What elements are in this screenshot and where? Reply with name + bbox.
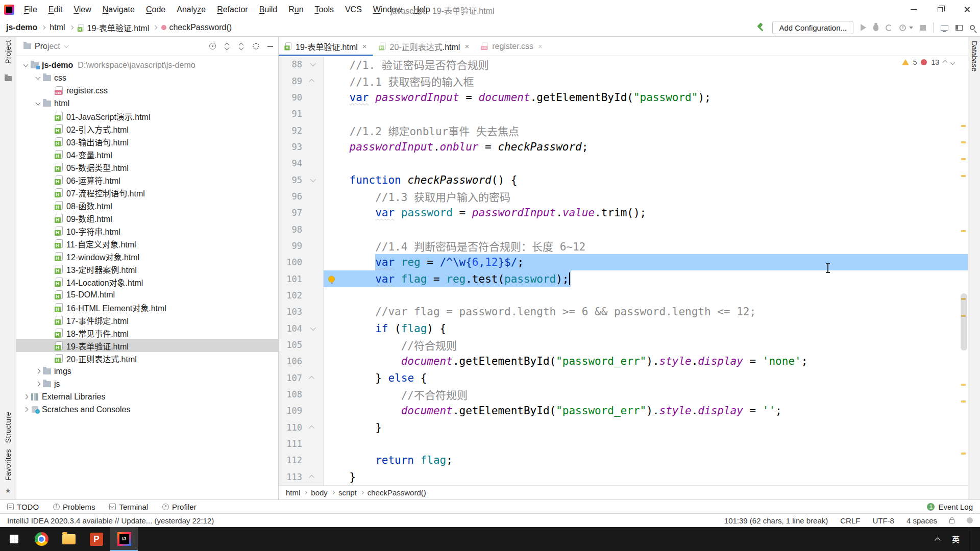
coverage-icon[interactable] <box>886 24 892 31</box>
tree-item[interactable]: 02-引入方式.html <box>16 122 278 135</box>
status-message[interactable]: IntelliJ IDEA 2020.3.4 available // Upda… <box>7 516 214 525</box>
tree-item[interactable]: 20-正则表达式.html <box>16 352 278 365</box>
code-line[interactable]: 109 document.getElementById("password_er… <box>279 403 968 419</box>
project-view-selector[interactable]: Project <box>23 42 67 51</box>
inspection-widget[interactable]: 5 13 <box>902 58 954 66</box>
tree-chevron-icon[interactable] <box>34 369 42 373</box>
code-line[interactable]: 104 if (flag) { <box>279 320 968 337</box>
open-in-browser-icon[interactable] <box>941 25 948 31</box>
code-line[interactable]: 96 //1.3 获取用户输入的密码 <box>279 188 968 205</box>
tree-chevron-icon[interactable] <box>21 395 30 398</box>
code-line[interactable]: 90 var passwordInput = document.getEleme… <box>279 89 968 106</box>
fold-marker-icon[interactable] <box>302 327 323 331</box>
tray-expand-icon[interactable] <box>935 537 940 543</box>
tree-item[interactable]: js <box>16 378 278 390</box>
collapse-all-icon[interactable] <box>238 43 244 50</box>
menu-code[interactable]: Code <box>141 3 170 16</box>
menu-build[interactable]: Build <box>255 3 282 16</box>
expand-all-icon[interactable] <box>224 43 230 50</box>
caret-position[interactable]: 101:39 (62 chars, 1 line break) <box>724 516 828 525</box>
menu-navigate[interactable]: Navigate <box>98 3 139 16</box>
fold-marker-icon[interactable] <box>302 178 323 182</box>
tree-chevron-icon[interactable] <box>21 408 30 411</box>
error-stripe-scrollbar[interactable] <box>960 56 968 485</box>
tree-item[interactable]: 08-函数.html <box>16 199 278 212</box>
tree-chevron-icon[interactable] <box>34 382 42 386</box>
tree-item[interactable]: 11-自定义对象.html <box>16 237 278 250</box>
favorites-star-icon[interactable]: ★ <box>5 484 11 499</box>
tree-item[interactable]: 04-变量.html <box>16 148 278 161</box>
tree-item[interactable]: 06-运算符.html <box>16 173 278 186</box>
code-line[interactable]: 91 <box>279 106 968 122</box>
debug-icon[interactable] <box>873 24 878 31</box>
minimize-button[interactable] <box>900 0 927 19</box>
code-line[interactable]: 94 <box>279 155 968 171</box>
next-problem-icon[interactable] <box>950 60 955 65</box>
taskbar-intellij[interactable] <box>110 527 138 551</box>
editor-breadcrumb-item[interactable]: body <box>311 488 328 497</box>
editor-tab[interactable]: 19-表单验证.html× <box>279 37 373 56</box>
code-line[interactable]: 106 document.getElementById("password_er… <box>279 353 968 369</box>
code-editor[interactable]: 5 13 88 //1. 验证密码是否符合规则89 //1.1 获取密码的输入框… <box>279 56 968 485</box>
tree-item[interactable]: css <box>16 71 278 84</box>
tab-close-icon[interactable]: × <box>538 42 543 51</box>
code-line[interactable]: 100 var reg = /^\w{6,12}$/; <box>279 254 968 270</box>
profiler-dropdown-icon[interactable] <box>909 27 913 29</box>
code-line[interactable]: 107 } else { <box>279 370 968 386</box>
code-line[interactable]: 110 } <box>279 419 968 436</box>
tree-item[interactable]: 14-Location对象.html <box>16 276 278 288</box>
stop-icon[interactable] <box>920 25 926 31</box>
code-line[interactable]: 98 <box>279 221 968 237</box>
fold-marker-icon[interactable] <box>302 475 323 479</box>
tree-item[interactable]: 13-定时器案例.html <box>16 263 278 276</box>
fold-marker-icon[interactable] <box>302 62 323 66</box>
readonly-lock-icon[interactable] <box>949 519 954 523</box>
fold-marker-icon[interactable] <box>302 79 323 83</box>
indent-setting[interactable]: 4 spaces <box>906 516 937 525</box>
ime-indicator[interactable]: 英 <box>952 534 960 544</box>
scrollbar-thumb[interactable] <box>961 293 967 350</box>
tree-item[interactable]: 09-数组.html <box>16 212 278 224</box>
tree-item[interactable]: register.css <box>16 84 278 97</box>
tree-item[interactable]: 07-流程控制语句.html <box>16 186 278 199</box>
project-folder-icon[interactable] <box>5 76 12 81</box>
breadcrumb-item[interactable]: checkPassword() <box>161 23 232 32</box>
tree-item[interactable]: 03-输出语句.html <box>16 135 278 148</box>
search-everywhere-icon[interactable] <box>970 25 975 30</box>
code-line[interactable]: 93 passwordInput.onblur = checkPassword; <box>279 139 968 155</box>
tree-item[interactable]: 12-window对象.html <box>16 250 278 263</box>
tree-chevron-icon[interactable] <box>34 103 42 105</box>
file-encoding[interactable]: UTF-8 <box>872 516 894 525</box>
tool-window-button-profiler[interactable]: Profiler <box>162 503 197 511</box>
layout-icon[interactable] <box>955 25 963 31</box>
breadcrumb-item[interactable]: 19-表单验证.html <box>78 21 150 34</box>
tool-window-button-project[interactable]: Project <box>4 37 12 67</box>
code-line[interactable]: 97 var password = passwordInput.value.tr… <box>279 205 968 221</box>
tool-window-button-database[interactable]: Database <box>970 37 978 76</box>
code-line[interactable]: 88 //1. 验证密码是否符合规则 <box>279 56 968 72</box>
hide-panel-icon[interactable] <box>267 46 273 47</box>
code-line[interactable]: 111 <box>279 436 968 452</box>
editor-breadcrumb-item[interactable]: checkPassword() <box>368 488 426 497</box>
line-separator[interactable]: CRLF <box>840 516 860 525</box>
taskbar-chrome[interactable] <box>28 527 55 551</box>
gear-icon[interactable] <box>253 43 259 49</box>
code-line[interactable]: 92 //1.2 绑定onblur事件 失去焦点 <box>279 122 968 138</box>
tab-close-icon[interactable]: × <box>362 42 367 51</box>
code-line[interactable]: 99 //1.4 判断密码是否符合规则：长度 6~12 <box>279 238 968 254</box>
locate-file-icon[interactable] <box>209 43 216 49</box>
tool-window-button-structure[interactable]: Structure <box>4 409 12 446</box>
tree-item[interactable]: imgs <box>16 365 278 378</box>
tree-item[interactable]: 19-表单验证.html <box>16 339 278 352</box>
tree-item[interactable]: 10-字符串.html <box>16 224 278 237</box>
editor-breadcrumb-item[interactable]: html <box>286 488 300 497</box>
tree-item[interactable]: js-demoD:\workspace\javascript\js-demo <box>16 59 278 71</box>
tree-item[interactable]: Scratches and Consoles <box>16 403 278 416</box>
code-line[interactable]: 108 //不合符规则 <box>279 386 968 403</box>
tree-item[interactable]: 17-事件绑定.html <box>16 314 278 327</box>
show-desktop-strip[interactable] <box>971 527 973 551</box>
code-line[interactable]: 95 function checkPassword() { <box>279 171 968 188</box>
previous-problem-icon[interactable] <box>943 60 948 65</box>
tree-chevron-icon[interactable] <box>34 77 42 79</box>
profiler-icon[interactable] <box>899 24 906 31</box>
